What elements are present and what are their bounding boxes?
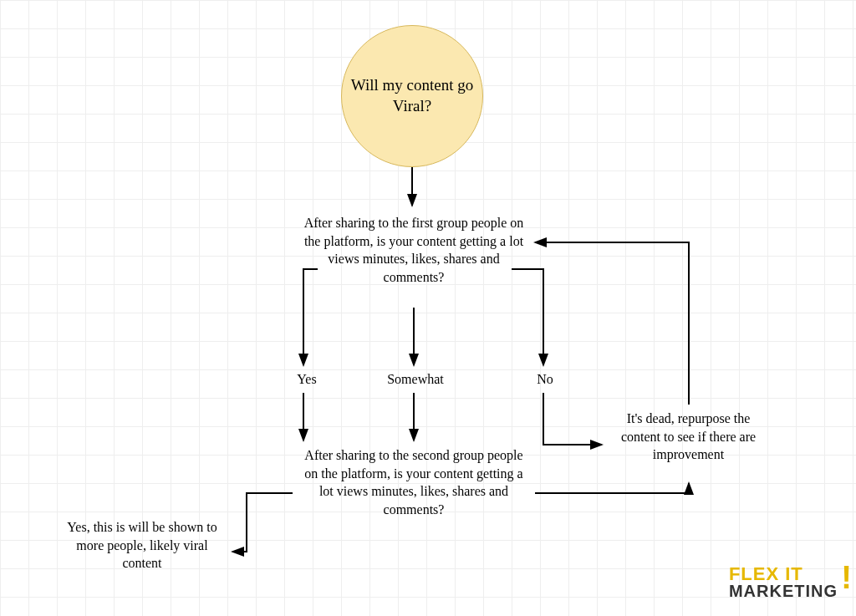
viral-text: Yes, this is will be shown to more peopl… xyxy=(67,520,217,570)
logo-line-1: FLEX IT xyxy=(729,566,838,583)
logo-line-2: MARKETING xyxy=(729,583,838,599)
question-2: After sharing to the second group people… xyxy=(297,446,531,518)
question-1: After sharing to the first group people … xyxy=(301,214,527,286)
logo: FLEX IT MARKETING ! xyxy=(729,566,838,599)
answer-somewhat-text: Somewhat xyxy=(387,372,444,386)
logo-exclaim-icon: ! xyxy=(841,563,853,593)
answer-no: No xyxy=(528,372,562,387)
answer-yes-text: Yes xyxy=(297,372,316,386)
answer-no-text: No xyxy=(537,372,553,386)
answer-somewhat: Somewhat xyxy=(378,372,453,387)
start-node: Will my content go Viral? xyxy=(341,25,483,167)
question-1-text: After sharing to the first group people … xyxy=(304,216,524,284)
dead-text: It's dead, repurpose the content to see … xyxy=(621,411,756,461)
question-2-text: After sharing to the second group people… xyxy=(304,448,522,517)
start-title: Will my content go Viral? xyxy=(350,75,474,116)
answer-yes: Yes xyxy=(282,372,332,387)
flowchart-canvas: Will my content go Viral? After sharing … xyxy=(0,0,856,616)
viral-node: Yes, this is will be shown to more peopl… xyxy=(59,518,226,573)
dead-node: It's dead, repurpose the content to see … xyxy=(607,410,770,464)
